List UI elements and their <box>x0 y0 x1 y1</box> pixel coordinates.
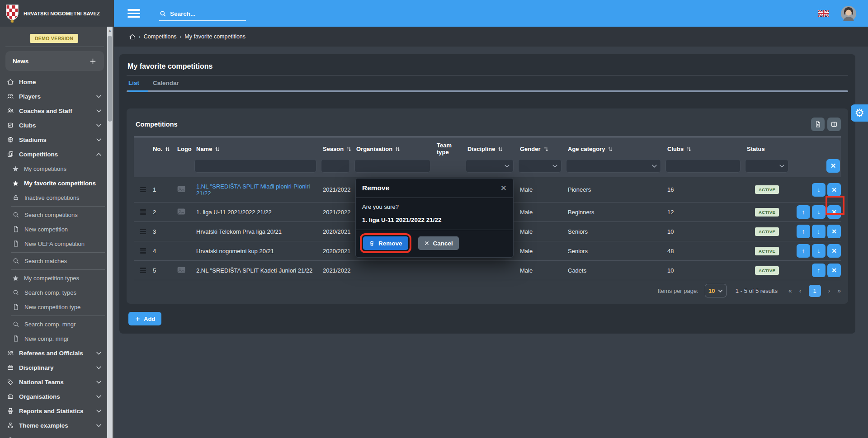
user-avatar[interactable] <box>841 6 856 21</box>
sidebar-item-my-competition-types[interactable]: My competition types <box>0 271 108 285</box>
sidebar-item-my-favorite-competitions[interactable]: My favorite competitions <box>0 176 108 190</box>
first-page-button[interactable]: « <box>788 287 792 294</box>
plus-icon[interactable] <box>89 57 97 65</box>
sidebar-item-national-teams[interactable]: National Teams <box>0 375 108 389</box>
move-up-button[interactable]: ↑ <box>797 244 810 258</box>
sidebar-item-new-competition[interactable]: New competition <box>0 222 108 236</box>
chevron-down-icon <box>96 395 101 398</box>
scrollbar-up-arrow[interactable]: ▲ <box>107 28 113 33</box>
search-input[interactable] <box>170 10 238 17</box>
sidebar-item-players[interactable]: Players <box>0 89 108 104</box>
sidebar-item-reports-and-statistics[interactable]: Reports and Statistics <box>0 404 108 418</box>
name-filter-input[interactable] <box>194 159 316 173</box>
export-file-button[interactable] <box>811 118 825 131</box>
sidebar-item-disciplinary[interactable]: Disciplinary <box>0 360 108 375</box>
column-header-discipline[interactable]: Discipline <box>465 145 517 153</box>
age-category-filter-select[interactable] <box>566 159 661 173</box>
gender-filter-select[interactable] <box>518 159 561 173</box>
add-button[interactable]: Add <box>128 312 161 325</box>
home-icon[interactable] <box>129 33 136 40</box>
sidebar-item-inactive-competitions[interactable]: Inactive competitions <box>0 190 108 205</box>
column-header-gender[interactable]: Gender <box>517 145 565 153</box>
sidebar-item-search-comp-types[interactable]: Search comp. types <box>0 285 108 300</box>
move-up-button[interactable]: ↑ <box>797 225 810 238</box>
items-per-page-select[interactable]: 10 <box>705 284 726 297</box>
team-type-cell <box>434 268 465 272</box>
status-cell: ACTIVE <box>744 264 792 277</box>
sidebar-item-referees-and-officials[interactable]: Referees and Officials <box>0 346 108 360</box>
tab-list[interactable]: List <box>128 80 139 90</box>
clear-filters-button[interactable]: ✕ <box>826 159 840 173</box>
tab-calendar[interactable]: Calendar <box>153 80 179 90</box>
last-page-button[interactable]: » <box>837 287 841 294</box>
status-cell: ACTIVE <box>744 184 792 196</box>
sidebar-item-coaches-and-staff[interactable]: Coaches and Staff <box>0 104 108 118</box>
competition-name-link[interactable]: 1.NL "SREDIŠTA SPLIT Mlađi pioniri-Pioni… <box>193 181 320 198</box>
discipline-filter-select[interactable] <box>466 159 514 173</box>
prev-page-button[interactable]: ‹ <box>799 287 802 294</box>
move-up-button[interactable]: ↑ <box>797 205 810 219</box>
move-down-button[interactable]: ↓ <box>812 183 826 197</box>
remove-favorite-button[interactable]: ✕ <box>827 225 841 238</box>
drag-handle[interactable] <box>134 266 150 275</box>
column-header-season[interactable]: Season <box>320 145 354 153</box>
items-per-page-label: Items per page: <box>658 287 698 294</box>
chevron-down-icon <box>96 124 101 127</box>
sidebar-item-new-competition-type[interactable]: New competition type <box>0 300 108 314</box>
sidebar-item-search-comp-mngr[interactable]: Search comp. mngr <box>0 317 108 331</box>
move-down-button[interactable]: ↓ <box>812 205 826 219</box>
status-filter-select[interactable] <box>745 159 788 173</box>
sidebar-item-my-competitions[interactable]: My competitions <box>0 161 108 176</box>
move-down-button[interactable]: ↓ <box>812 244 826 258</box>
sidebar-item-competitions[interactable]: Competitions <box>0 147 108 161</box>
column-header-no[interactable]: No. <box>150 145 175 153</box>
sidebar-item-theme-examples[interactable]: Theme examples <box>0 418 108 433</box>
drag-handle[interactable] <box>134 227 150 236</box>
column-header-age-category[interactable]: Age category <box>565 145 665 153</box>
sidebar-item-search-matches[interactable]: Search matches <box>0 254 108 268</box>
sidebar-item-search-competitions[interactable]: Search competitions <box>0 207 108 222</box>
sidebar-item-new-uefa-competition[interactable]: New UEFA competition <box>0 236 108 251</box>
sidebar-item-clubs[interactable]: Clubs <box>0 118 108 132</box>
drag-handle[interactable] <box>134 207 150 217</box>
sidebar-item-stadiums[interactable]: Stadiums <box>0 132 108 147</box>
sidebar-item-label: Theme examples <box>19 422 68 429</box>
next-page-button[interactable]: › <box>828 287 830 294</box>
modal-cancel-button[interactable]: Cancel <box>418 236 459 250</box>
clubs-filter-input[interactable] <box>665 159 741 173</box>
organisation-filter-input[interactable] <box>354 159 430 173</box>
remove-favorite-button[interactable]: ✕ <box>827 264 841 277</box>
move-down-button[interactable]: ↓ <box>812 225 826 238</box>
sidebar-item-home[interactable]: Home <box>0 75 108 89</box>
sidebar-item-label: New comp. mngr <box>24 335 69 342</box>
column-header-name[interactable]: Name <box>193 145 320 153</box>
table-row-5: 52.NL "SREDIŠTA SPLIT Kadeti-Juniori 21/… <box>134 261 841 280</box>
drag-handle[interactable] <box>134 246 150 255</box>
column-header-organisation[interactable]: Organisation <box>354 145 434 153</box>
close-icon[interactable]: ✕ <box>500 184 507 192</box>
sidebar-item-label: Inactive competitions <box>24 194 79 201</box>
settings-gear-button[interactable]: ⚙ <box>851 104 868 122</box>
sidebar-item-new-comp-mngr[interactable]: New comp. mngr <box>0 331 108 346</box>
sidebar-news-button[interactable]: News <box>5 51 104 71</box>
remove-favorite-button[interactable]: ✕ <box>827 205 841 219</box>
column-header-status: Status <box>744 145 792 153</box>
modal-remove-button[interactable]: Remove <box>363 236 408 250</box>
hamburger-icon[interactable] <box>127 9 140 18</box>
move-up-button[interactable]: ↑ <box>812 264 826 277</box>
remove-favorite-button[interactable]: ✕ <box>827 183 841 197</box>
age-category-cell: Beginners <box>565 207 665 217</box>
page-1-button[interactable]: 1 <box>809 285 821 297</box>
sidebar-item-organisations[interactable]: Organisations <box>0 389 108 404</box>
uk-flag-icon[interactable] <box>818 10 829 17</box>
scrollbar-thumb[interactable] <box>108 36 112 122</box>
season-filter-input[interactable] <box>321 159 350 173</box>
drag-handle[interactable] <box>134 185 150 194</box>
columns-button[interactable] <box>827 118 841 131</box>
column-header-clubs[interactable]: Clubs <box>665 145 744 153</box>
remove-favorite-button[interactable]: ✕ <box>827 244 841 258</box>
breadcrumb-competitions[interactable]: Competitions <box>144 33 177 40</box>
sidebar-scrollbar[interactable]: ▲ <box>107 27 113 438</box>
sidebar-item-administration[interactable]: Administration <box>0 433 108 438</box>
news-label: News <box>13 58 28 65</box>
